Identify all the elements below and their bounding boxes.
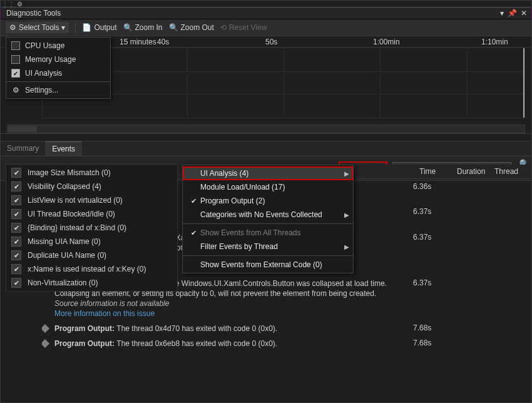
menu-label: UI Analysis (4): [200, 169, 248, 178]
col-time[interactable]: Time: [419, 167, 457, 176]
output-label: Output: [94, 23, 116, 32]
ctx-filter-by-thread[interactable]: Filter Events by Thread ▶: [183, 240, 353, 253]
pin-icon[interactable]: 📌: [508, 9, 517, 18]
close-icon[interactable]: ✕: [521, 9, 527, 18]
output-button[interactable]: 📄 Output: [82, 23, 116, 32]
menu-label: Duplicate UIA Name (0): [28, 251, 106, 260]
select-tools-button[interactable]: ⚙ Select Tools ▾: [6, 22, 69, 33]
reset-icon: ⟲: [220, 23, 227, 32]
submenu-arrow-icon: ▶: [344, 170, 349, 177]
menu-label: Visibility Collapsed (4): [28, 182, 101, 191]
col-thread[interactable]: Thread: [494, 167, 529, 176]
ctx-ui-analysis[interactable]: UI Analysis (4) ▶: [183, 166, 353, 180]
analysis-item[interactable]: ✔Non-Virtualization (0): [6, 276, 177, 290]
menu-settings[interactable]: ⚙ Settings...: [6, 83, 110, 97]
menu-label: ListView is not virtualized (0): [28, 196, 123, 205]
checkbox-unchecked-icon: [11, 55, 20, 64]
zoom-out-icon: 🔍: [169, 23, 178, 32]
check-icon: ✔: [11, 250, 21, 260]
menu-label: Show Events from External Code (0): [200, 260, 322, 269]
ctx-module-load[interactable]: Module Load/Unload (17): [183, 180, 353, 194]
program-output-label: Program Output:: [54, 339, 116, 348]
menu-label: Memory Usage: [25, 55, 76, 64]
tab-events[interactable]: Events: [46, 141, 82, 156]
menu-ui-analysis[interactable]: ✔ UI Analysis: [6, 66, 110, 80]
menu-label: UI Thread Blocked/Idle (0): [28, 210, 115, 218]
menu-label: {Binding} instead of x:Bind (0): [28, 223, 126, 232]
event-source: Source information is not available: [54, 298, 408, 309]
menu-cpu-usage[interactable]: CPU Usage: [6, 39, 110, 53]
diamond-icon: [42, 339, 49, 348]
analysis-item[interactable]: ✔Missing UIA Name (0): [6, 235, 177, 248]
event-row[interactable]: Program Output: The thread 0x6eb8 has ex…: [42, 336, 526, 351]
program-output-label: Program Output:: [54, 324, 116, 333]
check-icon: ✔: [11, 209, 21, 219]
menu-label: UI Analysis: [25, 69, 62, 78]
check-icon: ✔: [11, 237, 21, 247]
ctx-program-output[interactable]: ✔ Program Output (2): [183, 194, 353, 208]
zoom-out-button[interactable]: 🔍 Zoom Out: [169, 23, 214, 32]
dropdown-icon[interactable]: ▾: [500, 9, 504, 18]
chevron-down-icon: ▾: [61, 23, 65, 32]
event-more-link[interactable]: More information on this issue: [54, 309, 408, 319]
check-icon: ✔: [11, 195, 21, 205]
menu-label: CPU Usage: [25, 41, 64, 50]
ruler-tick: 1:10min: [481, 38, 508, 46]
tab-summary[interactable]: Summary: [1, 141, 46, 156]
check-icon: ✔: [11, 264, 21, 274]
check-icon: ✔: [11, 223, 21, 233]
reset-view-button[interactable]: ⟲ Reset View: [220, 23, 267, 32]
check-icon: ✔: [187, 197, 200, 205]
ruler-tick: 40s: [157, 38, 169, 46]
options-gear-icon[interactable]: ⚙: [17, 1, 23, 8]
analysis-item[interactable]: ✔{Binding} instead of x:Bind (0): [6, 221, 177, 235]
checkbox-checked-icon: ✔: [11, 69, 20, 78]
analysis-item[interactable]: ✔Visibility Collapsed (4): [6, 180, 177, 193]
menu-label: Program Output (2): [200, 196, 265, 205]
event-time: 6.37s: [413, 233, 451, 242]
event-time: 7.68s: [413, 324, 451, 332]
diamond-icon: [42, 324, 49, 333]
toolbar: ⚙ Select Tools ▾ 📄 Output 🔍 Zoom In 🔍 Zo…: [1, 19, 531, 36]
output-icon: 📄: [82, 23, 91, 32]
zoom-in-button[interactable]: 🔍 Zoom In: [123, 23, 163, 32]
menu-memory-usage[interactable]: Memory Usage: [6, 53, 110, 66]
menu-label: Filter Events by Thread: [200, 242, 278, 251]
event-time: 6.37s: [413, 207, 451, 216]
event-time: 7.68s: [413, 339, 451, 347]
gear-icon: ⚙: [9, 23, 16, 32]
check-icon: ✔: [11, 168, 21, 178]
ctx-show-all-threads: ✔ Show Events from All Threads: [183, 226, 353, 240]
scrollbar[interactable]: [7, 125, 525, 133]
zoom-out-label: Zoom Out: [181, 23, 214, 32]
analysis-item[interactable]: ✔x:Name is used instead of x:Key (0): [6, 262, 177, 276]
ctx-categories-none[interactable]: Categories with No Events Collected ▶: [183, 208, 353, 222]
analysis-item[interactable]: ✔Image Size Mismatch (0): [6, 166, 177, 180]
event-text: The thread 0x4d70 has exited with code 0…: [116, 324, 277, 333]
ctx-show-external[interactable]: Show Events from External Code (0): [183, 258, 353, 272]
grip-dots-icon: ⋮⋮: [2, 1, 14, 8]
zoom-in-icon: 🔍: [123, 23, 133, 32]
analysis-item[interactable]: ✔UI Thread Blocked/Idle (0): [6, 207, 177, 221]
event-row[interactable]: Program Output: The thread 0x4d70 has ex…: [42, 321, 526, 336]
gear-icon: ⚙: [11, 86, 20, 94]
analysis-item[interactable]: ✔ListView is not virtualized (0): [6, 193, 177, 207]
window-title: Diagnostic Tools: [6, 9, 61, 18]
analysis-item[interactable]: ✔Duplicate UIA Name (0): [6, 248, 177, 262]
col-duration[interactable]: Duration: [457, 167, 494, 176]
zoom-in-label: Zoom In: [135, 23, 163, 32]
menu-label: x:Name is used instead of x:Key (0): [28, 265, 146, 273]
ruler-tick: 50s: [265, 38, 277, 46]
titlebar: Diagnostic Tools ▾ 📌 ✕: [1, 7, 531, 19]
submenu-arrow-icon: ▶: [344, 212, 349, 218]
menu-label: Missing UIA Name (0): [28, 237, 101, 246]
submenu-arrow-icon: ▶: [344, 243, 349, 250]
checkbox-unchecked-icon: [11, 41, 20, 50]
ruler-tick: 1:00min: [373, 38, 400, 46]
check-icon: ✔: [11, 278, 21, 288]
event-time: 6.36s: [413, 182, 451, 191]
select-tools-menu: CPU Usage Memory Usage ✔ UI Analysis ⚙ S…: [6, 37, 111, 99]
menu-label: Image Size Mismatch (0): [28, 168, 111, 177]
reset-view-label: Reset View: [229, 23, 267, 32]
track-grid[interactable]: [42, 48, 525, 118]
